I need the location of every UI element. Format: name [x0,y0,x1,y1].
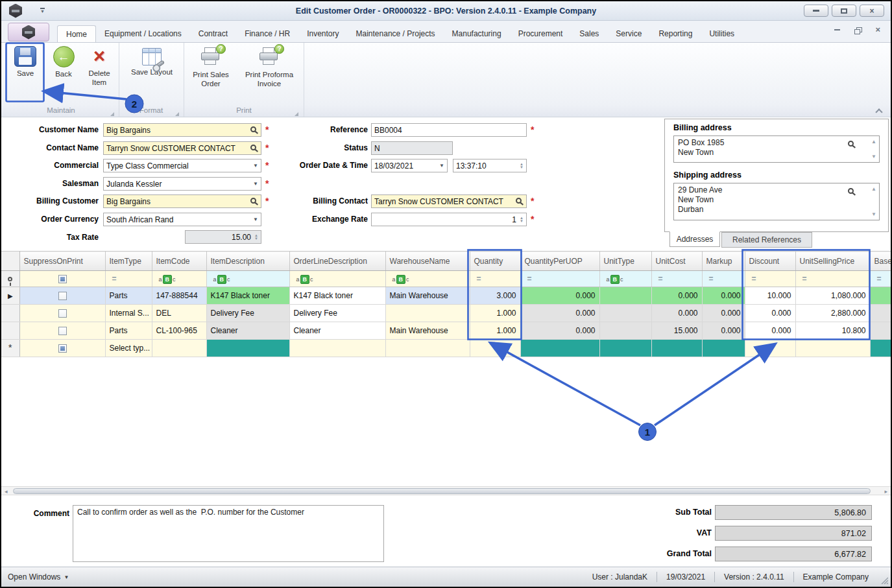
grid-cell[interactable] [206,340,289,357]
grid-cell[interactable] [470,340,520,357]
grid-cell[interactable] [599,340,651,357]
grid-cell[interactable]: 0.000 [702,305,745,322]
tab-manufacturing[interactable]: Manufacturing [444,25,510,42]
filter-unitsellingprice[interactable]: = [795,271,870,287]
grid-cell[interactable]: 0.000 [702,287,745,305]
column-header-unittype[interactable]: UnitType [599,252,651,271]
mdi-minimize-button[interactable] [834,29,840,30]
filter-quantity[interactable]: = [470,271,520,287]
new-row-itemtype-prompt[interactable]: Select typ... [105,340,152,357]
application-menu-button[interactable] [8,23,49,41]
open-windows-button[interactable]: Open Windows ▼ [8,572,69,582]
grid-cell[interactable]: K147 Black toner [289,287,385,305]
grid-cell[interactable]: 15.000 [651,322,702,340]
grid-cell[interactable]: Main Warehouse [385,287,470,305]
resize-grip-icon[interactable] [880,576,888,584]
tab-contract[interactable]: Contract [190,25,236,42]
search-icon[interactable] [250,126,256,132]
print-proforma-invoice-button[interactable]: ? Print Proforma Invoice [239,44,300,101]
grid-cell[interactable] [702,340,745,357]
dialog-launcher-icon[interactable] [110,112,114,116]
save-layout-button[interactable]: Save Layout [125,44,179,101]
tab-addresses[interactable]: Addresses [669,231,720,247]
grid-cell[interactable] [19,340,105,357]
shipping-address-search-button[interactable] [838,185,863,197]
tab-home[interactable]: Home [57,25,96,42]
grid-cell[interactable]: 2,880.000 [795,305,870,322]
close-button[interactable]: × [860,5,884,17]
grid-cell[interactable]: 0.000 [651,287,702,305]
grid-cell[interactable]: K147 Black toner [206,287,289,305]
column-header-itemcode[interactable]: ItemCode [152,252,206,271]
filter-itemcode[interactable]: aBc [152,271,206,287]
column-header-itemtype[interactable]: ItemType [105,252,152,271]
search-icon[interactable] [250,145,256,150]
grid-cell[interactable]: 0.000 [702,322,745,340]
tab-maintenance-projects[interactable]: Maintenance / Projects [348,25,444,42]
order-currency-dropdown[interactable]: South African Rand ▼ [103,213,261,226]
grid-cell[interactable]: CL-100-965 [152,322,206,340]
grid-cell[interactable]: DEL [152,305,206,322]
mdi-close-button[interactable]: × [875,27,880,33]
grid-cell[interactable] [870,340,892,357]
tab-inventory[interactable]: Inventory [298,25,347,42]
grid-cell[interactable]: 0.000 [520,322,599,340]
chevron-down-icon[interactable]: ▼ [253,163,258,169]
grid-cell[interactable] [870,305,892,322]
grid-cell[interactable]: 147-888544 [152,287,206,305]
tab-service[interactable]: Service [607,25,650,42]
grid-cell[interactable] [520,340,599,357]
filter-unitcost[interactable]: = [651,271,702,287]
column-header-unitsellingprice[interactable]: UnitSellingPrice [795,252,870,271]
grid-cell[interactable] [19,322,105,340]
save-button[interactable]: Save [6,44,44,101]
tab-utilities[interactable]: Utilities [701,25,743,42]
tab-related-references[interactable]: Related References [721,232,812,248]
grid-cell[interactable]: Cleaner [206,322,289,340]
tab-sales[interactable]: Sales [571,25,607,42]
column-header-unitcost[interactable]: UnitCost [651,252,702,271]
checkbox[interactable] [58,292,67,300]
grid-cell[interactable]: 1.000 [470,322,520,340]
scroll-down-icon[interactable]: ▼ [871,154,876,159]
grid-cell[interactable]: Parts [105,322,152,340]
search-icon[interactable] [250,198,256,204]
contact-name-field[interactable]: Tarryn Snow CUSTOMER CONTACT [103,141,261,155]
grid-cell[interactable] [870,322,892,340]
grid-cell[interactable]: Cleaner [289,322,385,340]
comment-textarea[interactable]: Call to confirm order as well as the P.O… [73,505,384,562]
column-header-quantityperuop[interactable]: QuantityPerUOP [520,252,599,271]
filter-markup[interactable]: = [702,271,745,287]
grid-cell[interactable] [599,322,651,340]
column-header-base[interactable]: Base [870,252,892,271]
minimize-button[interactable] [804,5,828,17]
spinner-icon[interactable]: ▲▼ [254,234,258,241]
grid-cell[interactable] [385,305,470,322]
grid-cell[interactable]: Delivery Fee [206,305,289,322]
grid-cell[interactable]: 1,080.000 [795,287,870,305]
grid-cell[interactable]: Main Warehouse [385,322,470,340]
grid-cell[interactable] [599,305,651,322]
print-sales-order-button[interactable]: ? Print Sales Order [188,44,234,101]
column-header-suppressonprint[interactable]: SuppressOnPrint [19,252,105,271]
grid-cell[interactable]: 3.000 [470,287,520,305]
column-header-orderlinedescription[interactable]: OrderLineDescription [289,252,385,271]
grid-cell[interactable]: 1.000 [470,305,520,322]
reference-field[interactable]: BB0004 [371,123,527,137]
grid-cell[interactable]: 0.000 [745,322,795,340]
column-header-warehousename[interactable]: WarehouseName [385,252,470,271]
grid-cell[interactable]: 10.800 [795,322,870,340]
chevron-down-icon[interactable]: ▼ [253,181,258,187]
delete-item-button[interactable]: × Delete Item [82,44,117,101]
checkbox-indeterminate[interactable] [58,344,67,353]
grid-cell[interactable] [745,340,795,357]
tab-reporting[interactable]: Reporting [650,25,701,42]
commercial-dropdown[interactable]: Type Class Commercial ▼ [103,159,261,172]
filter-suppressonprint[interactable] [19,271,105,287]
spinner-icon[interactable]: ▲▼ [520,163,524,169]
customer-name-field[interactable]: Big Bargains [103,123,261,137]
filter-discount[interactable]: = [745,271,795,287]
filter-unittype[interactable]: aBc [599,271,651,287]
grid-cell[interactable]: 10.000 [745,287,795,305]
mdi-restore-button[interactable] [854,27,861,33]
